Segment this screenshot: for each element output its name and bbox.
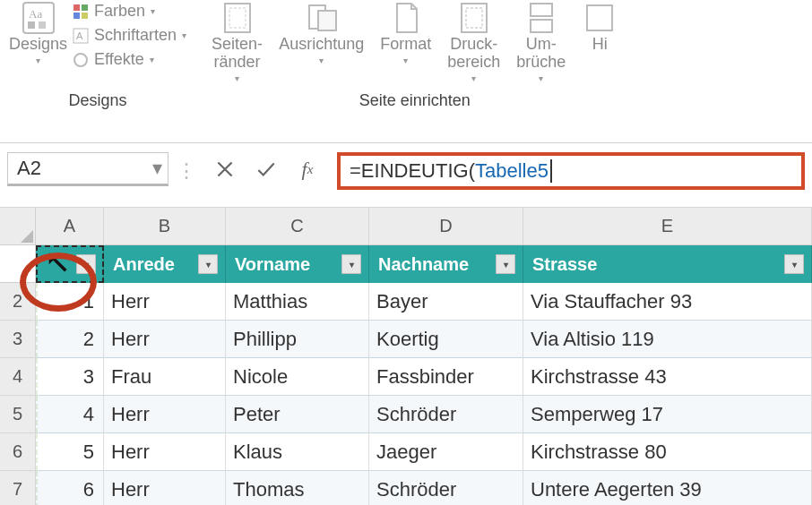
svg-text:Aa: Aa [29,7,42,21]
cell[interactable]: Matthias [226,283,369,321]
cell[interactable]: Via Stauffacher 93 [523,283,812,321]
cell[interactable]: Phillipp [226,321,369,358]
formula-bar: A2 ▾ ⋮ fx =EINDEUTIG(Tabelle5 [0,143,812,195]
cell[interactable]: Thomas [226,471,369,505]
table-header-vorname[interactable]: Vorname ▾ [226,245,369,283]
row-header[interactable]: 6 [0,433,36,471]
cell[interactable]: Via Altisio 119 [523,321,812,358]
cell[interactable]: 1 [36,283,104,321]
column-header[interactable]: D [369,208,523,245]
cell[interactable]: Schröder [369,396,523,433]
cell[interactable]: Bayer [369,283,523,321]
print-area-label: Druck- bereich [447,36,500,72]
expand-dots-icon[interactable]: ⋮ [177,152,195,190]
column-header[interactable]: C [226,208,369,245]
cell[interactable]: Herr [104,433,226,471]
filter-button[interactable]: ▾ [198,254,218,274]
column-headers: A B C D E [36,208,812,245]
breaks-button[interactable]: Um- brüche ▾ [516,0,566,83]
name-box[interactable]: A2 ▾ [7,152,168,186]
breaks-icon [523,0,559,36]
cell[interactable]: Frau [104,358,226,396]
table-header-strasse[interactable]: Strasse ▾ [523,245,812,283]
cell[interactable]: Herr [104,321,226,358]
filter-button[interactable]: ▾ [341,254,361,274]
cell[interactable]: Herr [104,396,226,433]
fonts-icon: A [73,28,89,44]
background-icon [582,0,618,36]
cell[interactable]: Kirchstrasse 43 [523,358,812,396]
table-header-row: ▾ Anrede ▾ Vorname ▾ Nachname ▾ Strasse … [36,245,812,283]
cell[interactable]: 4 [36,396,104,433]
colors-button[interactable]: Farben ▾ [73,2,186,21]
cell[interactable]: Koertig [369,321,523,358]
effects-label: Effekte [94,50,144,69]
themes-icon: Aa [21,0,56,36]
svg-rect-11 [225,4,250,32]
cancel-button[interactable] [204,152,246,186]
header-label: Nachname [378,254,469,275]
cell[interactable]: Jaeger [369,433,523,471]
table-header-anrede[interactable]: Anrede ▾ [104,245,226,283]
header-label: Vorname [235,254,310,275]
svg-rect-14 [318,11,336,30]
column-header[interactable]: B [104,208,226,245]
margins-button[interactable]: Seiten- ränder ▾ [212,0,263,83]
cell[interactable]: 3 [36,358,104,396]
cell[interactable]: Peter [226,396,369,433]
print-area-button[interactable]: Druck- bereich ▾ [447,0,500,83]
breaks-label: Um- brüche [516,36,566,72]
cell[interactable]: 6 [36,471,104,505]
svg-text:A: A [76,30,83,41]
table-header-id[interactable]: ▾ [36,245,104,283]
effects-button[interactable]: Effekte ▾ [73,50,186,69]
designs-button[interactable]: Aa Designs ▾ [9,0,67,65]
column-header[interactable]: A [36,208,104,245]
designs-label: Designs [9,36,67,54]
insert-function-button[interactable]: fx [287,152,328,186]
cell[interactable]: 5 [36,433,104,471]
cell[interactable]: Schröder [369,471,523,505]
cell[interactable]: Semperweg 17 [523,396,812,433]
cell[interactable]: Nicole [226,358,369,396]
table-row: 1 Herr Matthias Bayer Via Stauffacher 93 [36,283,812,321]
svg-rect-16 [466,8,482,28]
formula-input[interactable]: =EINDEUTIG(Tabelle5 [337,152,805,190]
column-header[interactable]: E [523,208,812,245]
filter-button[interactable]: ▾ [496,254,515,274]
cell[interactable]: Fassbinder [369,358,523,396]
row-header[interactable]: 2 [0,283,36,321]
select-all-corner[interactable] [0,208,36,245]
group-label-designs: Designs [69,91,127,110]
size-label: Format [380,36,431,54]
cell[interactable]: 2 [36,321,104,358]
background-button[interactable]: Hi [582,0,618,56]
ribbon: Aa Designs ▾ Farben ▾ A [0,0,812,143]
chevron-down-icon: ▾ [471,73,476,83]
table-row: 2 Herr Phillipp Koertig Via Altisio 119 [36,321,812,358]
row-header[interactable]: 5 [0,396,36,433]
fonts-button[interactable]: A Schriftarten ▾ [73,26,186,45]
fonts-label: Schriftarten [94,26,177,45]
size-button[interactable]: Format ▾ [380,0,431,65]
row-header[interactable]: 3 [0,321,36,358]
cell[interactable]: Herr [104,283,226,321]
cell[interactable]: Kirchstrasse 80 [523,433,812,471]
group-label-page-setup: Seite einrichten [359,91,471,110]
chevron-down-icon: ▾ [319,56,324,65]
colors-label: Farben [94,2,145,21]
row-header[interactable]: 4 [0,358,36,396]
enter-button[interactable] [246,152,287,186]
cell[interactable]: Klaus [226,433,369,471]
row-header[interactable] [0,245,36,283]
orientation-label: Ausrichtung [279,36,364,54]
cell[interactable]: Untere Aegerten 39 [523,471,812,505]
row-header[interactable]: 7 [0,471,36,505]
chevron-down-icon: ▾ [182,30,186,40]
table-header-nachname[interactable]: Nachname ▾ [369,245,523,283]
filter-button[interactable]: ▾ [76,254,96,274]
filter-button[interactable]: ▾ [784,254,804,274]
orientation-button[interactable]: Ausrichtung ▾ [279,0,364,65]
cell[interactable]: Herr [104,471,226,505]
svg-rect-17 [531,4,552,16]
